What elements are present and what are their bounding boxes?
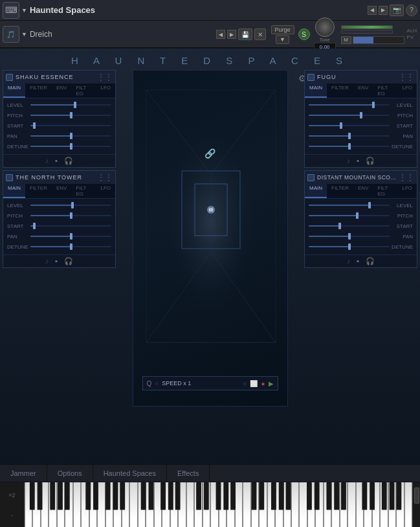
tab-filter-1[interactable]: FILTER [25, 84, 52, 98]
white-key[interactable] [186, 482, 194, 527]
panel4-checkbox[interactable] [307, 174, 315, 181]
white-key[interactable] [291, 482, 299, 527]
white-key[interactable] [299, 482, 307, 527]
transport-dot[interactable]: ● [261, 380, 265, 387]
grid-icon-1[interactable]: ▪ [55, 157, 58, 165]
white-key[interactable] [162, 482, 170, 527]
tab-main-3[interactable]: MAIN [305, 84, 327, 98]
white-key[interactable] [41, 482, 49, 527]
nav-next-btn-2[interactable]: ▶ [227, 30, 236, 39]
note-icon-4[interactable]: ♪ [347, 257, 351, 265]
instrument-icon-2[interactable]: 🎵 [3, 26, 19, 43]
panel2-menu[interactable]: ⋮⋮ [97, 173, 113, 182]
white-key[interactable] [65, 482, 72, 527]
camera-btn[interactable]: 📷 [390, 5, 404, 16]
tab-lfo-2[interactable]: LFO [96, 184, 115, 198]
tab-env-2[interactable]: ENV [52, 184, 71, 198]
tab-env-3[interactable]: ENV [353, 84, 373, 98]
white-key[interactable] [275, 482, 283, 527]
tab-effects[interactable]: Effects [167, 465, 210, 482]
slider-detune-3[interactable] [309, 146, 390, 147]
white-key[interactable] [219, 482, 227, 527]
delete-btn[interactable]: ✕ [254, 28, 266, 40]
white-key[interactable] [259, 482, 267, 527]
tab-haunted-spaces[interactable]: Haunted Spaces [93, 465, 167, 482]
slider-start-4[interactable] [309, 225, 390, 227]
instrument-icon-1[interactable]: ⌨ [3, 2, 19, 19]
slider-level-2[interactable] [30, 205, 111, 206]
slider-start-1[interactable] [30, 125, 111, 126]
nav-prev-btn-2[interactable]: ◀ [216, 30, 225, 39]
white-key[interactable] [356, 482, 364, 527]
panel2-checkbox[interactable] [6, 174, 13, 181]
white-key[interactable] [97, 482, 105, 527]
white-key[interactable] [154, 482, 162, 527]
tab-filteg-3[interactable]: FILT EG [373, 84, 397, 98]
white-key[interactable] [324, 482, 331, 527]
white-key[interactable] [364, 482, 371, 527]
white-key[interactable] [146, 482, 153, 527]
white-key[interactable] [138, 482, 146, 527]
white-key[interactable] [57, 482, 65, 527]
tuning-bar[interactable] [341, 30, 393, 34]
tab-filter-3[interactable]: FILTER [327, 84, 353, 98]
panel4-menu[interactable]: ⋮⋮ [399, 173, 414, 182]
nav-next-btn[interactable]: ▶ [379, 6, 388, 15]
note-icon-1[interactable]: ♪ [45, 157, 49, 165]
slider-pitch-2[interactable] [30, 215, 111, 216]
slider-pitch-3[interactable] [309, 115, 390, 116]
white-key[interactable] [315, 482, 323, 527]
tab-jammer[interactable]: Jammer [0, 465, 47, 482]
tab-main-2[interactable]: MAIN [3, 184, 25, 198]
arrow-right[interactable] [353, 36, 404, 44]
volume-bar[interactable] [341, 25, 393, 29]
tab-filteg-2[interactable]: FILT EG [71, 184, 96, 198]
tab-env-4[interactable]: ENV [353, 184, 373, 198]
white-key[interactable] [251, 482, 259, 527]
transport-q[interactable]: Q [147, 380, 152, 387]
dropdown-arrow-2[interactable]: ▼ [21, 31, 27, 38]
slider-start-2[interactable] [30, 225, 111, 227]
headphone-icon-2[interactable]: 🎧 [64, 257, 73, 265]
white-key[interactable] [340, 482, 348, 527]
s-button[interactable]: S [298, 28, 310, 40]
tab-options[interactable]: Options [47, 465, 93, 482]
white-key[interactable] [372, 482, 380, 527]
grid-icon-3[interactable]: ▪ [357, 157, 359, 165]
panel1-checkbox[interactable] [6, 74, 13, 81]
white-key[interactable] [404, 482, 412, 527]
white-key[interactable] [203, 482, 210, 527]
white-key[interactable] [396, 482, 404, 527]
slider-start-3[interactable] [309, 125, 390, 126]
tab-filteg-4[interactable]: FILT EG [373, 184, 397, 198]
headphone-icon-4[interactable]: 🎧 [366, 257, 375, 265]
white-key[interactable] [267, 482, 275, 527]
white-key[interactable] [210, 482, 218, 527]
slider-pitch-4[interactable] [309, 215, 390, 216]
purge-dropdown[interactable]: ▼ [276, 35, 289, 44]
tab-filteg-1[interactable]: FILT EG [71, 84, 96, 98]
white-key[interactable] [178, 482, 186, 527]
m-button[interactable]: M [341, 36, 351, 44]
white-key[interactable] [170, 482, 178, 527]
tab-main-1[interactable]: MAIN [3, 84, 25, 98]
tab-main-4[interactable]: MAIN [305, 184, 327, 198]
white-key[interactable] [307, 482, 315, 527]
dropdown-arrow-1[interactable]: ▼ [21, 7, 27, 14]
transport-rec[interactable]: ⬜ [250, 380, 258, 387]
white-key[interactable] [113, 482, 121, 527]
white-key[interactable] [243, 482, 250, 527]
white-key[interactable] [227, 482, 234, 527]
headphone-icon-1[interactable]: 🎧 [64, 157, 73, 165]
white-key[interactable] [348, 482, 355, 527]
grid-icon-2[interactable]: ▪ [55, 257, 58, 265]
link-icon[interactable]: 🔗 [204, 148, 216, 159]
purge-btn[interactable]: Purge [271, 25, 294, 34]
white-key[interactable] [380, 482, 388, 527]
slider-detune-2[interactable] [30, 246, 111, 247]
transport-play[interactable]: ▶ [269, 380, 274, 387]
slider-level-4[interactable] [309, 205, 390, 206]
white-key[interactable] [73, 482, 81, 527]
tab-filter-2[interactable]: FILTER [25, 184, 52, 198]
panel3-checkbox[interactable] [307, 74, 315, 81]
